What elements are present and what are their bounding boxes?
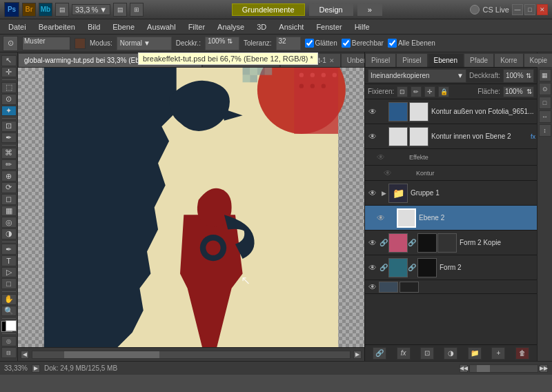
hand-tool[interactable]: ✋ (1, 294, 17, 305)
panel-tab-pfade[interactable]: Pfade (464, 53, 494, 67)
layer-eye-form2[interactable]: 👁 (366, 262, 379, 274)
glatten-check[interactable] (305, 39, 314, 48)
menu-hilfe[interactable]: Hilfe (349, 21, 375, 32)
rt-btn-6[interactable]: ↕ (539, 124, 551, 137)
menu-bild[interactable]: Bild (82, 21, 106, 32)
panel-tab-pinsel1[interactable]: Pinsel (365, 53, 396, 67)
brush-tool[interactable]: ✏ (1, 159, 17, 170)
status-next-btn[interactable]: ▶▶ (540, 364, 548, 373)
rt-btn-5[interactable]: ↔ (539, 110, 551, 123)
color-swatch[interactable] (1, 321, 17, 331)
color-swatch-small[interactable] (75, 38, 86, 49)
menu-bearbeiten[interactable]: Bearbeiten (33, 21, 81, 32)
clone-tool[interactable]: ⊕ (1, 170, 17, 182)
mode-icon[interactable]: ◎ (1, 336, 17, 347)
layer-list[interactable]: 👁 Kontur außen von Fotolia_9651... 👁 Kon… (365, 99, 537, 344)
wand-tool[interactable]: ✦ (1, 106, 17, 117)
lock-brush-button[interactable]: ✏ (411, 86, 422, 97)
add-mask-button[interactable]: ⊡ (420, 347, 434, 360)
rt-btn-3[interactable]: ⊙ (539, 83, 551, 95)
layer-item-effekte[interactable]: 👁 Effekte (365, 149, 537, 166)
restore-button[interactable]: □ (524, 4, 535, 15)
background-color[interactable] (6, 320, 17, 331)
eyedropper-tool[interactable]: ✒ (1, 133, 17, 144)
menu-datei[interactable]: Datei (3, 21, 32, 32)
glatten-checkbox[interactable]: Glätten (305, 39, 337, 48)
zoom-display[interactable]: 33,3 % ▼ (72, 4, 110, 15)
history-tool[interactable]: ⟳ (1, 182, 17, 193)
tolerance-input[interactable]: 32 (276, 37, 301, 50)
cs-live[interactable]: CS Live (470, 5, 509, 14)
workspace-grundelemente-button[interactable]: Grundelemente (232, 3, 305, 16)
panel-tab-ebenen[interactable]: Ebenen (428, 53, 464, 67)
berechbar-check[interactable] (342, 39, 351, 48)
canvas-next-button[interactable]: ▶ (353, 351, 362, 359)
preset-select[interactable]: Muster (22, 37, 70, 50)
layer-item-gruppe1[interactable]: 👁 ▶ 📁 Gruppe 1 (365, 181, 537, 206)
layer-item-form2-kopie[interactable]: 👁 🔗 🔗 Form 2 Kopie (365, 231, 537, 255)
delete-layer-button[interactable]: 🗑 (515, 347, 529, 360)
layer-item-kontur-effect[interactable]: 👁 Kontur (365, 166, 537, 181)
shape-tool[interactable]: □ (1, 278, 17, 289)
extras-icon[interactable]: ▤ (55, 3, 69, 17)
panel-tab-pinsel2[interactable]: Pinsel (396, 53, 427, 67)
layer-eye-kontur-aussen[interactable]: 👁 (366, 106, 379, 118)
close-button[interactable]: ✕ (537, 4, 548, 15)
lock-pixels-button[interactable]: ⊡ (397, 86, 408, 97)
blur-tool[interactable]: ◎ (1, 217, 17, 228)
blend-mode-dropdown[interactable]: Ineinanderkopieren ▼ (368, 69, 466, 83)
rt-btn-2[interactable]: ▦ (539, 69, 551, 81)
workspace-design-button[interactable]: Design (309, 3, 353, 16)
layer-eye-ebene2[interactable]: 👁 (375, 212, 387, 224)
opacity-value-input[interactable]: 100% ⇅ (503, 69, 534, 83)
new-group-button[interactable]: 📁 (468, 347, 482, 360)
menu-ansicht[interactable]: Ansicht (273, 21, 309, 32)
layer-eye-form2-kopie[interactable]: 👁 (366, 237, 379, 249)
text-tool[interactable]: T (1, 255, 17, 266)
canvas-content[interactable]: ↖ (18, 68, 364, 347)
bridge-icon[interactable]: Br (22, 3, 36, 17)
layer-item-kontur-aussen[interactable]: 👁 Kontur außen von Fotolia_9651... (365, 99, 537, 124)
layer-item-form2[interactable]: 👁 🔗 🔗 Form 2 (365, 255, 537, 280)
arrange-icon[interactable]: ⊞ (130, 3, 144, 17)
berechbar-checkbox[interactable]: Berechbar (342, 39, 384, 48)
eraser-tool[interactable]: ◻ (1, 194, 17, 205)
screen-mode[interactable]: ⊟ (1, 347, 17, 358)
layer-eye-effekte[interactable]: 👁 (375, 151, 387, 164)
layer-eye-gruppe1[interactable]: 👁 (366, 187, 379, 199)
add-style-button[interactable]: fx (397, 347, 411, 360)
layer-expand-gruppe1[interactable]: ▶ (379, 187, 388, 199)
tab-unbenannt-2[interactable]: Unbenannt-2 ✕ (341, 53, 364, 67)
layer-item-kontur-innen[interactable]: 👁 Kontur innen von Ebene 2 fx (365, 124, 537, 149)
tool-preset-icon[interactable]: ⊙ (3, 36, 18, 51)
layer-eye-bottom[interactable]: 👁 (366, 281, 379, 293)
alle-ebenen-checkbox[interactable]: Alle Ebenen (388, 39, 435, 48)
alle-ebenen-check[interactable] (388, 39, 397, 48)
menu-analyse[interactable]: Analyse (212, 21, 250, 32)
status-scroll[interactable] (469, 364, 538, 373)
gradient-tool[interactable]: ▦ (1, 206, 17, 217)
canvas-scrollbar-h[interactable] (32, 351, 351, 359)
menu-ebene[interactable]: Ebene (107, 21, 140, 32)
mini-bridge-icon[interactable]: Mb (39, 3, 52, 17)
path-tool[interactable]: ▷ (1, 267, 17, 278)
opacity-input[interactable]: 100% ⇅ (205, 37, 239, 50)
canvas-prev-button[interactable]: ◀ (21, 351, 29, 359)
layer-eye-kontur-effect[interactable]: 👁 (382, 167, 394, 179)
new-layer-button[interactable]: + (491, 347, 505, 360)
link-layers-button[interactable]: 🔗 (373, 347, 386, 360)
layer-eye-kontur-innen[interactable]: 👁 (366, 130, 379, 143)
menu-auswahl[interactable]: Auswahl (141, 21, 181, 32)
fill-value-input[interactable]: 100% ⇅ (503, 86, 534, 97)
lock-all-button[interactable]: 🔒 (438, 86, 449, 97)
rt-btn-4[interactable]: □ (539, 97, 551, 109)
workspace-more-button[interactable]: » (357, 3, 382, 16)
menu-3d[interactable]: 3D (251, 21, 272, 32)
move-tool[interactable]: ✛ (1, 67, 17, 78)
status-prev-btn[interactable]: ◀◀ (460, 364, 468, 373)
marquee-tool[interactable]: ⬚ (1, 82, 17, 93)
status-arrow-btn[interactable]: ▶ (32, 364, 40, 373)
heal-tool[interactable]: ⌘ (1, 148, 17, 159)
zoom-tool[interactable]: 🔍 (1, 306, 17, 317)
panel-tab-kopie[interactable]: Kopie (524, 53, 552, 67)
